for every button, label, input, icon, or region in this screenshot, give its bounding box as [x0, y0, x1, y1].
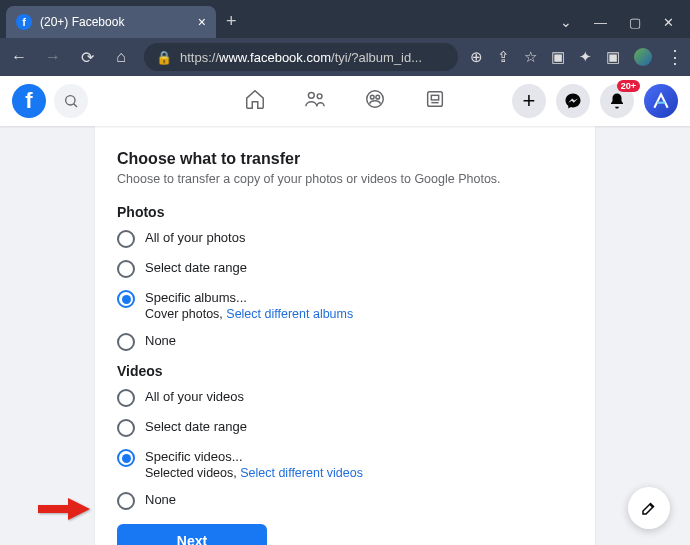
page-subtitle: Choose to transfer a copy of your photos…: [117, 172, 573, 186]
nav-home-icon[interactable]: [244, 88, 266, 115]
nav-feed-icon[interactable]: [424, 88, 446, 115]
url-path: /tyi/?album_id...: [331, 50, 422, 65]
transfer-card: Choose what to transfer Choose to transf…: [95, 126, 595, 545]
option-label: None: [145, 492, 176, 507]
option-label: None: [145, 333, 176, 348]
radio-option[interactable]: None: [117, 492, 573, 510]
radio-option[interactable]: Select date range: [117, 419, 573, 437]
option-label: Specific videos...: [145, 449, 363, 464]
zoom-search-icon[interactable]: ⊕: [470, 48, 483, 66]
avatar[interactable]: [644, 84, 678, 118]
extensions-icon[interactable]: ✦: [579, 48, 592, 66]
option-label: Specific albums...: [145, 290, 353, 305]
notifications-badge: 20+: [617, 80, 640, 92]
url-prefix: https://: [180, 50, 219, 65]
radio-icon[interactable]: [117, 389, 135, 407]
tab-group-icon[interactable]: ▣: [606, 48, 620, 66]
extension-badge-icon[interactable]: [634, 48, 652, 66]
address-bar[interactable]: 🔒 https://www.facebook.com/tyi/?album_id…: [144, 43, 458, 71]
radio-option[interactable]: Specific videos...Selected videos, Selec…: [117, 449, 573, 480]
url-host: www.facebook.com: [219, 50, 331, 65]
compose-fab[interactable]: [628, 487, 670, 529]
facebook-header: f + 20+: [0, 76, 690, 126]
option-label: Select date range: [145, 260, 247, 275]
forward-icon[interactable]: →: [42, 48, 64, 66]
menu-dots-icon[interactable]: ⋮: [666, 46, 682, 68]
svg-rect-7: [428, 91, 443, 106]
svg-point-5: [370, 95, 374, 99]
svg-point-0: [66, 96, 75, 105]
nav-groups-icon[interactable]: [364, 88, 386, 115]
radio-option[interactable]: Specific albums...Cover photos, Select d…: [117, 290, 573, 321]
messenger-button[interactable]: [556, 84, 590, 118]
radio-icon[interactable]: [117, 290, 135, 308]
star-icon[interactable]: ☆: [524, 48, 537, 66]
option-subtext: Selected videos, Select different videos: [145, 466, 363, 480]
window-controls: ⌄ ― ▢ ✕: [560, 14, 690, 38]
new-tab-button[interactable]: +: [226, 11, 237, 32]
videos-section-title: Videos: [117, 363, 573, 379]
svg-point-3: [317, 93, 322, 98]
create-button[interactable]: +: [512, 84, 546, 118]
nav-friends-icon[interactable]: [304, 88, 326, 115]
radio-option[interactable]: None: [117, 333, 573, 351]
search-button[interactable]: [54, 84, 88, 118]
maximize-icon[interactable]: ▢: [629, 15, 641, 30]
option-subtext: Cover photos, Select different albums: [145, 307, 353, 321]
browser-tab-strip: f (20+) Facebook × + ⌄ ― ▢ ✕: [0, 0, 690, 38]
photos-section-title: Photos: [117, 204, 573, 220]
option-label: All of your videos: [145, 389, 244, 404]
tab-title: (20+) Facebook: [40, 15, 124, 29]
radio-option[interactable]: All of your videos: [117, 389, 573, 407]
svg-marker-10: [38, 498, 90, 520]
radio-icon[interactable]: [117, 260, 135, 278]
browser-toolbar: ← → ⟳ ⌂ 🔒 https://www.facebook.com/tyi/?…: [0, 38, 690, 76]
browser-tab[interactable]: f (20+) Facebook ×: [6, 6, 216, 38]
radio-icon[interactable]: [117, 230, 135, 248]
minimize-icon[interactable]: ―: [594, 15, 607, 30]
select-different-link[interactable]: Select different videos: [240, 466, 363, 480]
radio-option[interactable]: All of your photos: [117, 230, 573, 248]
next-button[interactable]: Next: [117, 524, 267, 545]
lock-icon: 🔒: [156, 50, 172, 65]
radio-icon[interactable]: [117, 492, 135, 510]
close-window-icon[interactable]: ✕: [663, 15, 674, 30]
svg-point-6: [376, 95, 380, 99]
svg-rect-8: [431, 95, 438, 100]
select-different-link[interactable]: Select different albums: [226, 307, 353, 321]
page-title: Choose what to transfer: [117, 150, 573, 168]
chevron-down-icon[interactable]: ⌄: [560, 14, 572, 30]
home-icon[interactable]: ⌂: [110, 48, 132, 66]
option-label: Select date range: [145, 419, 247, 434]
radio-option[interactable]: Select date range: [117, 260, 573, 278]
close-tab-icon[interactable]: ×: [198, 14, 206, 30]
radio-icon[interactable]: [117, 449, 135, 467]
svg-line-1: [74, 104, 77, 107]
svg-point-4: [367, 90, 384, 107]
svg-point-2: [308, 92, 314, 98]
share-icon[interactable]: ⇪: [497, 48, 510, 66]
facebook-favicon: f: [16, 14, 32, 30]
reload-icon[interactable]: ⟳: [76, 48, 98, 67]
reader-icon[interactable]: ▣: [551, 48, 565, 66]
annotation-arrow-icon: [38, 496, 92, 526]
back-icon[interactable]: ←: [8, 48, 30, 66]
radio-icon[interactable]: [117, 419, 135, 437]
option-label: All of your photos: [145, 230, 245, 245]
radio-icon[interactable]: [117, 333, 135, 351]
facebook-logo[interactable]: f: [12, 84, 46, 118]
